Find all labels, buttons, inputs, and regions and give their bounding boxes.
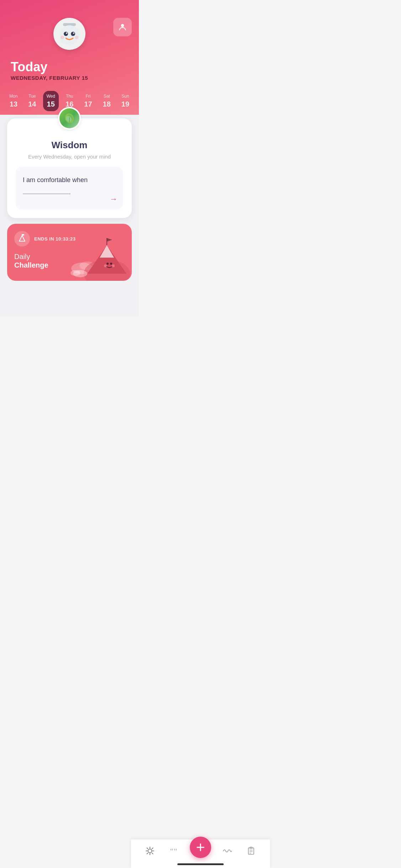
day-name-thu: Thu bbox=[66, 94, 73, 99]
day-num-sun: 19 bbox=[121, 100, 129, 108]
svg-point-3 bbox=[71, 32, 75, 36]
svg-point-25 bbox=[112, 264, 115, 267]
today-label: Today bbox=[11, 61, 128, 73]
day-num-wed: 15 bbox=[47, 100, 55, 108]
wisdom-title: Wisdom bbox=[16, 140, 123, 151]
svg-rect-15 bbox=[22, 234, 24, 236]
main-content: Today WEDNESDAY, FEBRUARY 15 Mon 13 Tue … bbox=[0, 0, 139, 316]
app-container: Today WEDNESDAY, FEBRUARY 15 Mon 13 Tue … bbox=[0, 0, 139, 316]
robot-avatar[interactable] bbox=[53, 18, 85, 50]
wisdom-card: Wisdom Every Wednesday, open your mind I… bbox=[7, 118, 132, 218]
svg-point-24 bbox=[104, 264, 107, 267]
leaf-icon bbox=[63, 112, 75, 124]
wisdom-arrow-button[interactable]: → bbox=[110, 195, 118, 204]
svg-point-1 bbox=[59, 25, 79, 45]
day-num-fri: 17 bbox=[84, 100, 92, 108]
day-name-sun: Sun bbox=[121, 94, 129, 99]
svg-point-22 bbox=[106, 263, 109, 265]
person-icon bbox=[118, 22, 127, 32]
svg-point-7 bbox=[75, 36, 78, 39]
day-wed-active[interactable]: Wed 15 bbox=[43, 91, 59, 111]
prompt-text: I am comfortable when bbox=[23, 175, 116, 185]
challenge-icon-wrap bbox=[14, 231, 30, 247]
today-section: Today WEDNESDAY, FEBRUARY 15 bbox=[0, 50, 139, 84]
wisdom-icon-wrap bbox=[58, 107, 81, 130]
svg-point-29 bbox=[71, 270, 80, 276]
robot-face-svg bbox=[55, 20, 84, 48]
day-name-wed: Wed bbox=[47, 94, 55, 99]
wisdom-subtitle: Every Wednesday, open your mind bbox=[16, 154, 123, 160]
svg-point-8 bbox=[121, 24, 124, 27]
day-num-mon: 13 bbox=[10, 100, 17, 108]
day-sun[interactable]: Sun 19 bbox=[118, 91, 133, 111]
prompt-answer-area: . bbox=[23, 189, 116, 196]
day-name-tue: Tue bbox=[28, 94, 36, 99]
day-sat[interactable]: Sat 18 bbox=[99, 91, 115, 111]
top-row bbox=[0, 0, 139, 50]
mountain-svg bbox=[68, 234, 132, 281]
day-fri[interactable]: Fri 17 bbox=[80, 91, 96, 111]
prompt-dot: . bbox=[69, 189, 71, 195]
day-name-sat: Sat bbox=[104, 94, 110, 99]
svg-point-23 bbox=[110, 263, 112, 265]
svg-point-5 bbox=[73, 32, 74, 34]
day-num-sat: 18 bbox=[103, 100, 111, 108]
wisdom-prompt-box[interactable]: I am comfortable when . → bbox=[16, 167, 123, 210]
wisdom-icon-inner bbox=[59, 108, 79, 128]
svg-point-2 bbox=[64, 32, 68, 36]
date-label: WEDNESDAY, FEBRUARY 15 bbox=[11, 75, 128, 81]
challenge-card[interactable]: ENDS IN 10:33:23 Daily Challenge bbox=[7, 224, 132, 281]
svg-marker-13 bbox=[19, 236, 25, 241]
mountain-icon bbox=[17, 234, 27, 243]
day-name-fri: Fri bbox=[85, 94, 90, 99]
svg-point-4 bbox=[66, 32, 67, 34]
svg-marker-21 bbox=[100, 245, 114, 258]
mountain-illustration bbox=[68, 234, 132, 281]
cards-area: Wisdom Every Wednesday, open your mind I… bbox=[0, 115, 139, 316]
day-name-mon: Mon bbox=[9, 94, 17, 99]
day-num-tue: 14 bbox=[28, 100, 36, 108]
profile-button[interactable] bbox=[113, 18, 132, 36]
day-tue[interactable]: Tue 14 bbox=[24, 91, 40, 111]
svg-point-6 bbox=[61, 36, 64, 39]
svg-marker-27 bbox=[107, 238, 112, 242]
day-mon[interactable]: Mon 13 bbox=[6, 91, 21, 111]
prompt-underline bbox=[23, 193, 69, 194]
